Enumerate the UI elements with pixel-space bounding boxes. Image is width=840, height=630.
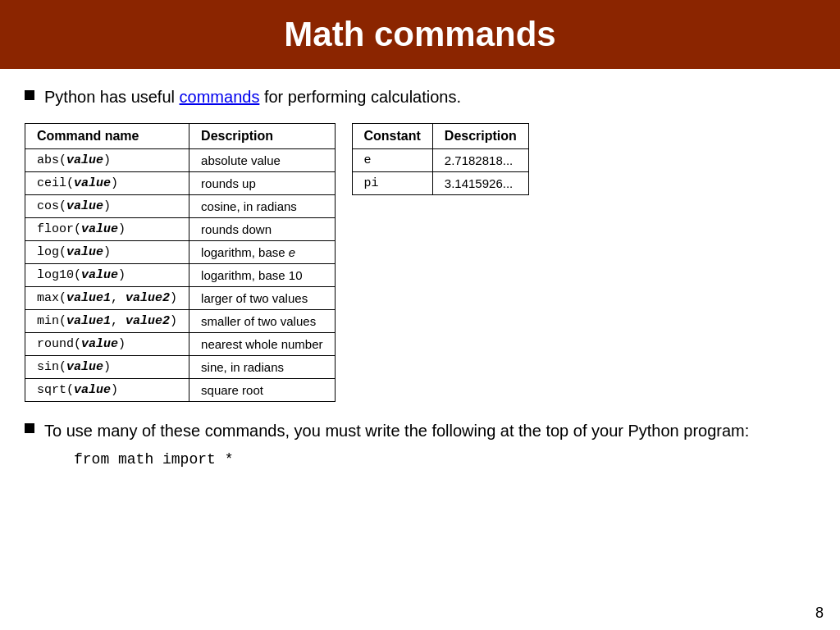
desc-cell: cosine, in radians bbox=[189, 195, 335, 218]
desc-cell: larger of two values bbox=[189, 287, 335, 310]
desc-cell: nearest whole number bbox=[189, 333, 335, 356]
table-row: sin(value) sine, in radians bbox=[25, 356, 336, 379]
table-row: ceil(value) rounds up bbox=[25, 172, 336, 195]
cmd-cell: sin(value) bbox=[25, 356, 189, 379]
cmd-cell: round(value) bbox=[25, 333, 189, 356]
cmd-cell: max(value1, value2) bbox=[25, 287, 189, 310]
bottom-bullet: To use many of these commands, you must … bbox=[25, 418, 815, 443]
constants-table: Constant Description e 2.7182818... pi 3… bbox=[352, 123, 529, 195]
cmd-cell: sqrt(value) bbox=[25, 379, 189, 402]
desc-cell: sine, in radians bbox=[189, 356, 335, 379]
desc-cell: square root bbox=[189, 379, 335, 402]
desc-cell: absolute value bbox=[189, 149, 335, 172]
table-row: min(value1, value2) smaller of two value… bbox=[25, 310, 336, 333]
table-row: cos(value) cosine, in radians bbox=[25, 195, 336, 218]
table-row: log10(value) logarithm, base 10 bbox=[25, 264, 336, 287]
const-cell: pi bbox=[352, 172, 432, 195]
bullet-icon bbox=[25, 90, 34, 100]
const-desc-cell: 2.7182818... bbox=[432, 149, 528, 172]
intro-text-before: Python has useful bbox=[44, 88, 180, 106]
slide-title: Math commands bbox=[284, 15, 555, 53]
intro-text-after: for performing calculations. bbox=[259, 88, 461, 106]
commands-link[interactable]: commands bbox=[180, 88, 260, 106]
desc-cell: logarithm, base 10 bbox=[189, 264, 335, 287]
cmd-cell: log10(value) bbox=[25, 264, 189, 287]
table-row: round(value) nearest whole number bbox=[25, 333, 336, 356]
table-row: floor(value) rounds down bbox=[25, 218, 336, 241]
cmd-cell: min(value1, value2) bbox=[25, 310, 189, 333]
table-row: pi 3.1415926... bbox=[352, 172, 528, 195]
table-row: sqrt(value) square root bbox=[25, 379, 336, 402]
cmd-cell: abs(value) bbox=[25, 149, 189, 172]
desc-cell: rounds down bbox=[189, 218, 335, 241]
bullet-icon-2 bbox=[25, 423, 34, 433]
cmd-cell: log(value) bbox=[25, 241, 189, 264]
code-import-line: from math import * bbox=[74, 451, 815, 468]
desc-cell: logarithm, base e bbox=[189, 241, 335, 264]
table-row: max(value1, value2) larger of two values bbox=[25, 287, 336, 310]
cmd-col-header: Command name bbox=[25, 124, 189, 149]
intro-bullet: Python has useful commands for performin… bbox=[25, 85, 815, 108]
slide-header: Math commands bbox=[0, 0, 840, 69]
const-desc-col-header: Description bbox=[432, 124, 528, 149]
desc-cell: smaller of two values bbox=[189, 310, 335, 333]
bottom-bullet-text: To use many of these commands, you must … bbox=[44, 418, 749, 443]
commands-table: Command name Description abs(value) abso… bbox=[25, 123, 336, 402]
desc-cell: rounds up bbox=[189, 172, 335, 195]
table-row: log(value) logarithm, base e bbox=[25, 241, 336, 264]
const-desc-cell: 3.1415926... bbox=[432, 172, 528, 195]
slide-content: Python has useful commands for performin… bbox=[0, 69, 840, 476]
const-col-header: Constant bbox=[352, 124, 432, 149]
page-number: 8 bbox=[815, 605, 824, 622]
table-row: e 2.7182818... bbox=[352, 149, 528, 172]
cmd-cell: ceil(value) bbox=[25, 172, 189, 195]
intro-text: Python has useful commands for performin… bbox=[44, 85, 461, 108]
tables-container: Command name Description abs(value) abso… bbox=[25, 123, 815, 402]
desc-col-header: Description bbox=[189, 124, 335, 149]
const-cell: e bbox=[352, 149, 432, 172]
cmd-cell: cos(value) bbox=[25, 195, 189, 218]
table-row: abs(value) absolute value bbox=[25, 149, 336, 172]
cmd-cell: floor(value) bbox=[25, 218, 189, 241]
